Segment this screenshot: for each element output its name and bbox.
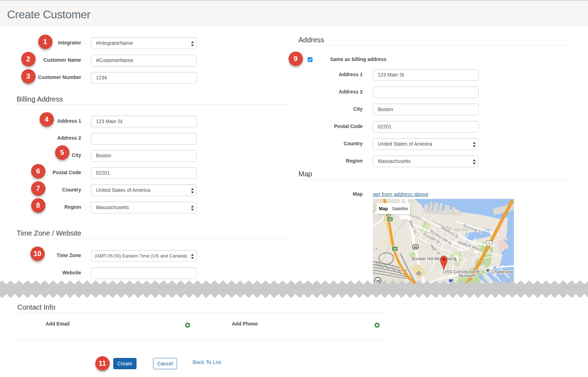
svg-text:T: T (418, 272, 420, 275)
svg-text:LT: LT (374, 247, 378, 251)
svg-text:Satellite: Satellite (392, 206, 408, 211)
svg-text:Bunker Hill Monument: Bunker Hill Monument (412, 256, 455, 261)
svg-text:Charlestown N: Charlestown N (491, 269, 514, 274)
svg-text:Map: Map (379, 206, 388, 211)
svg-text:28: 28 (393, 247, 397, 251)
svg-text:26: 26 (388, 217, 392, 221)
svg-text:Museum: Museum (459, 273, 475, 278)
svg-text:99: 99 (414, 245, 417, 249)
svg-text:1: 1 (488, 242, 490, 245)
